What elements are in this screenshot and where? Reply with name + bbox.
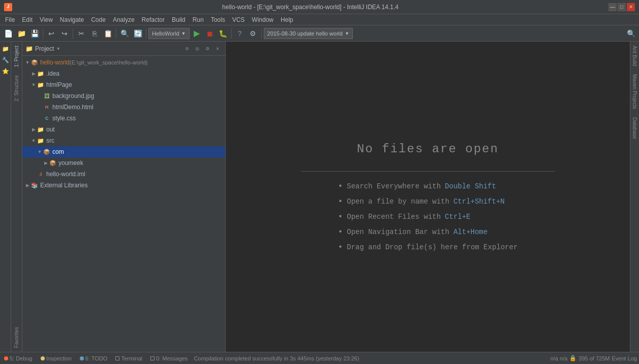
menu-help[interactable]: Help xyxy=(278,15,296,24)
todo-label: 6: TODO xyxy=(85,355,108,361)
status-left: 5: Debug Inspection 6: TODO Terminal 0: … xyxy=(2,352,359,365)
toolbar-save-btn[interactable]: 💾 xyxy=(28,27,41,40)
right-sidebar: Ant Build Maven Projects Database xyxy=(630,42,639,352)
hint-dnd-text: Drag and Drop file(s) here from Explorer xyxy=(347,243,518,251)
bg-label: background.jpg xyxy=(52,92,94,100)
tree-root[interactable]: ▼ 📦 hello-world (E:\git_work_space\hello… xyxy=(22,57,225,68)
css-icon: C xyxy=(43,114,51,122)
iml-label: hello-world.iml xyxy=(46,171,85,178)
project-tree: ▼ 📦 hello-world (E:\git_work_space\hello… xyxy=(22,56,225,352)
status-messages[interactable]: 0: Messages xyxy=(148,352,190,365)
menu-refactor[interactable]: Refactor xyxy=(139,15,168,24)
close-button[interactable]: ✕ xyxy=(627,3,635,11)
debug-btn[interactable]: 🐛 xyxy=(217,27,229,40)
htmlpage-arrow: ▼ xyxy=(31,82,37,88)
menu-tools[interactable]: Tools xyxy=(208,15,228,24)
label-structure[interactable]: 2: Structure xyxy=(11,71,22,106)
database-label[interactable]: Database xyxy=(630,113,639,143)
toolbar-copy-btn[interactable]: ⎘ xyxy=(88,27,101,40)
commit-dropdown[interactable]: 2015-08-30 update hello world ▼ xyxy=(264,28,353,39)
status-inspection[interactable]: Inspection xyxy=(39,352,74,365)
status-right: n/a n/a 🔒 395 of 725M Event Log xyxy=(551,355,637,361)
project-folder-icon: 📁 xyxy=(25,45,33,52)
run-config-dropdown[interactable]: HelloWorld ▼ xyxy=(148,28,190,39)
stop-btn[interactable]: ◼ xyxy=(204,27,216,40)
toolbar-settings-btn[interactable]: ⚙ xyxy=(247,27,259,40)
hint-recent: Open Recent Files with Ctrl+E xyxy=(338,212,518,221)
tree-ext-libs[interactable]: ▶ 📚 External Libraries xyxy=(22,180,225,191)
menu-view[interactable]: View xyxy=(37,15,56,24)
menu-build[interactable]: Build xyxy=(169,15,189,24)
label-favorites[interactable]: Favorites xyxy=(11,323,22,352)
status-terminal[interactable]: Terminal xyxy=(113,352,144,365)
terminal-icon xyxy=(115,356,119,360)
position-label: n/a n/a xyxy=(551,355,568,361)
menu-vcs[interactable]: VCS xyxy=(229,15,248,24)
maximize-button[interactable]: □ xyxy=(618,3,626,11)
tree-html[interactable]: H htmlDemo.html xyxy=(22,102,225,113)
toolbar-cut-btn[interactable]: ✂ xyxy=(75,27,87,40)
pkg-icon: 📦 xyxy=(43,148,51,156)
window-controls: — □ ✕ xyxy=(608,3,635,11)
ext-label: External Libraries xyxy=(40,182,87,189)
tree-youmeek[interactable]: ▶ 📦 youmeek xyxy=(22,157,225,169)
menu-run[interactable]: Run xyxy=(190,15,207,24)
toolbar-open-btn[interactable]: 📁 xyxy=(15,27,27,40)
project-panel-header: 📁 Project ▼ ⊙ ◎ ⚙ ✕ xyxy=(22,42,225,56)
htmlpage-label: htmlPage xyxy=(46,81,72,88)
tree-com[interactable]: ▼ 📦 com xyxy=(22,146,225,157)
maven-label[interactable]: Maven Projects xyxy=(630,70,639,113)
hint-nav-key: Alt+Home xyxy=(453,228,488,236)
run-button[interactable]: ▶ xyxy=(191,27,203,40)
toolbar-back-btn[interactable]: ↩ xyxy=(45,27,57,40)
label-project[interactable]: 1: Project xyxy=(11,42,22,71)
tree-htmlpage[interactable]: ▼ 📁 htmlPage xyxy=(22,79,225,90)
collapse-all-btn[interactable]: ⊙ xyxy=(182,44,192,53)
project-dropdown-arrow[interactable]: ▼ xyxy=(56,46,60,51)
toolbar-new-btn[interactable]: 📄 xyxy=(2,27,14,40)
menu-navigate[interactable]: Navigate xyxy=(57,15,87,24)
toolbar-forward-btn[interactable]: ↪ xyxy=(58,27,71,40)
menu-code[interactable]: Code xyxy=(88,15,109,24)
tree-src[interactable]: ▼ 📁 src xyxy=(22,135,225,146)
menu-analyze[interactable]: Analyze xyxy=(110,15,138,24)
com-label: com xyxy=(52,148,64,155)
status-todo[interactable]: 6: TODO xyxy=(78,352,110,365)
menu-window[interactable]: Window xyxy=(249,15,277,24)
tree-idea[interactable]: ▶ 📁 .idea xyxy=(22,68,225,79)
toolbar-sep-1 xyxy=(43,28,43,39)
close-panel-btn[interactable]: ✕ xyxy=(213,44,222,53)
scroll-from-source-btn[interactable]: ◎ xyxy=(193,44,202,53)
ant-build-label[interactable]: Ant Build xyxy=(630,42,639,70)
idea-label: .idea xyxy=(46,70,59,77)
settings-btn[interactable]: ⚙ xyxy=(203,44,212,53)
menu-file[interactable]: File xyxy=(2,15,18,24)
folder-out-icon: 📁 xyxy=(37,125,45,134)
event-log-label[interactable]: Event Log xyxy=(612,355,637,361)
toolbar-paste-btn[interactable]: 📋 xyxy=(102,27,114,40)
editor-area: No files are open Search Everywhere with… xyxy=(226,42,630,352)
search-everywhere-btn[interactable]: 🔍 xyxy=(625,27,637,40)
toolbar-help-btn[interactable]: ? xyxy=(234,27,246,40)
icon-project[interactable]: 📁 xyxy=(1,44,11,54)
toolbar-sep-6 xyxy=(261,28,262,39)
toolbar-find-btn[interactable]: 🔍 xyxy=(118,27,131,40)
toolbar-replace-btn[interactable]: 🔄 xyxy=(132,27,144,40)
separator xyxy=(301,171,555,172)
folder-src-icon: 📁 xyxy=(37,137,45,145)
tree-css[interactable]: C style.css xyxy=(22,113,225,124)
menu-edit[interactable]: Edit xyxy=(19,15,36,24)
tree-out[interactable]: ▶ 📁 out xyxy=(22,124,225,135)
minimize-button[interactable]: — xyxy=(608,3,617,11)
tree-bg-jpg[interactable]: 🖼 background.jpg xyxy=(22,90,225,102)
status-debug[interactable]: 5: Debug xyxy=(2,352,35,365)
iml-arrow xyxy=(31,171,37,177)
tree-iml[interactable]: J hello-world.iml xyxy=(22,169,225,180)
icon-favorites[interactable]: ⭐ xyxy=(1,66,11,76)
todo-dot xyxy=(80,356,84,360)
bg-arrow xyxy=(37,93,43,99)
src-arrow: ▼ xyxy=(31,138,37,144)
module-icon: 📦 xyxy=(31,58,39,67)
title-bar: J hello-world - [E:\git_work_space\hello… xyxy=(0,0,639,14)
icon-structure[interactable]: 🔧 xyxy=(1,55,11,65)
